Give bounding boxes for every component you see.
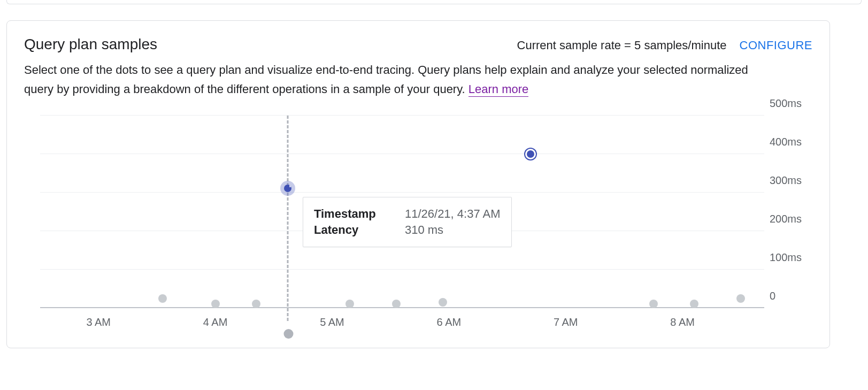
gridline [40, 115, 764, 116]
y-axis-label: 100ms [764, 251, 812, 263]
card-description: Select one of the dots to see a query pl… [24, 60, 773, 100]
y-axis-label: 200ms [764, 212, 812, 225]
sample-dot[interactable] [158, 294, 167, 303]
configure-button[interactable]: CONFIGURE [740, 39, 813, 52]
y-axis-label: 300ms [764, 174, 812, 186]
x-axis-label: 3 AM [86, 316, 111, 328]
x-axis-label: 6 AM [437, 316, 462, 328]
previous-card-edge [6, 0, 862, 4]
scatter-plot[interactable]: 0100ms200ms300ms400ms500ms3 AM4 AM5 AM6 … [40, 116, 764, 308]
tooltip-latency-label: Latency [314, 223, 405, 237]
sample-dot[interactable] [649, 300, 658, 308]
sample-dot[interactable] [211, 300, 220, 308]
gridline [40, 192, 764, 193]
sample-rate-text: Current sample rate = 5 samples/minute [517, 39, 727, 52]
sample-dot[interactable] [736, 294, 745, 303]
y-axis-label: 400ms [764, 135, 812, 148]
gridline [40, 269, 764, 270]
tooltip-timestamp-value: 11/26/21, 4:37 AM [405, 207, 501, 221]
sample-dot[interactable] [439, 298, 447, 307]
chart-area: 0100ms200ms300ms400ms500ms3 AM4 AM5 AM6 … [24, 110, 812, 335]
gridline [40, 154, 764, 154]
x-axis-label: 8 AM [670, 316, 695, 328]
sample-dot[interactable] [284, 185, 291, 192]
sample-dot[interactable] [252, 300, 260, 308]
card-description-text: Select one of the dots to see a query pl… [24, 63, 748, 96]
x-axis-label: 4 AM [203, 316, 228, 328]
card-title: Query plan samples [24, 36, 157, 53]
sample-dot-selected[interactable] [527, 150, 534, 158]
tooltip-latency-value: 310 ms [405, 223, 443, 237]
card-header-right: Current sample rate = 5 samples/minute C… [517, 39, 812, 52]
x-axis-label: 5 AM [320, 316, 344, 328]
sample-dot-hover-halo [280, 181, 295, 196]
sample-dot[interactable] [690, 300, 698, 308]
card-header: Query plan samples Current sample rate =… [24, 36, 812, 53]
sample-dot[interactable] [392, 300, 401, 308]
tooltip-timestamp-label: Timestamp [314, 207, 405, 221]
y-axis-label: 0 [764, 289, 812, 302]
query-plan-samples-card: Query plan samples Current sample rate =… [6, 20, 830, 348]
sample-dot[interactable] [345, 300, 354, 308]
y-axis-label: 500ms [764, 97, 812, 109]
learn-more-link[interactable]: Learn more [468, 82, 529, 97]
chart-tooltip: Timestamp11/26/21, 4:37 AMLatency310 ms [303, 197, 512, 247]
crosshair-handle[interactable] [283, 329, 293, 339]
crosshair-line [287, 116, 288, 321]
x-axis-label: 7 AM [554, 316, 578, 328]
